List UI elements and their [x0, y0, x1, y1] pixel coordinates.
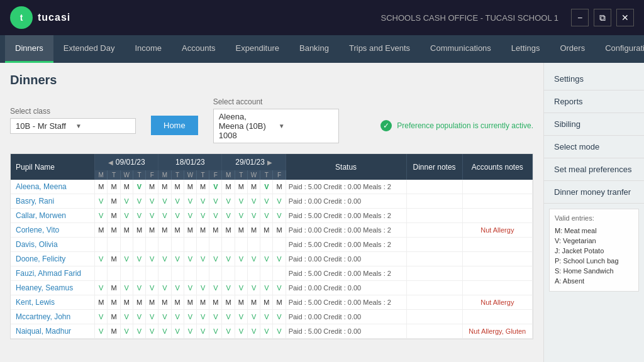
day-cell[interactable]: V [222, 324, 235, 339]
pupil-name-cell[interactable]: Kent, Lewis [11, 295, 95, 310]
day-cell[interactable]: V [133, 324, 145, 339]
day-cell[interactable]: V [95, 209, 108, 223]
day-cell[interactable]: V [235, 324, 247, 339]
day-cell[interactable] [158, 266, 171, 281]
day-cell[interactable]: M [171, 295, 184, 310]
day-cell[interactable]: V [133, 281, 145, 295]
day-cell[interactable]: M [158, 223, 171, 238]
day-cell[interactable]: M [184, 180, 196, 194]
day-cell[interactable]: V [247, 194, 260, 209]
sidebar-item-sibiling[interactable]: Sibiling [544, 113, 644, 136]
nav-item-lettings[interactable]: Lettings [501, 35, 550, 63]
day-cell[interactable]: M [108, 281, 120, 295]
day-cell[interactable] [158, 238, 171, 252]
day-cell[interactable]: V [235, 281, 247, 295]
day-cell[interactable]: V [146, 324, 158, 339]
day-cell[interactable]: V [235, 310, 247, 324]
nav-item-expenditure[interactable]: Expenditure [226, 35, 289, 63]
day-cell[interactable]: M [133, 295, 145, 310]
sidebar-item-select-mode[interactable]: Select mode [544, 136, 644, 158]
day-cell[interactable]: M [108, 223, 120, 238]
day-cell[interactable]: V [95, 310, 108, 324]
day-cell[interactable]: M [209, 295, 222, 310]
day-cell[interactable] [133, 238, 145, 252]
day-cell[interactable]: M [133, 223, 145, 238]
date-prev[interactable]: ◀ [108, 159, 113, 166]
day-cell[interactable]: V [197, 324, 209, 339]
nav-item-orders[interactable]: Orders [550, 35, 595, 63]
day-cell[interactable]: M [108, 180, 120, 194]
day-cell[interactable]: V [197, 281, 209, 295]
day-cell[interactable]: V [95, 324, 108, 339]
nav-item-configuration[interactable]: Configuration [595, 35, 644, 63]
nav-item-extended-day[interactable]: Extended Day [53, 35, 125, 63]
home-button[interactable]: Home [151, 116, 198, 135]
day-cell[interactable]: V [273, 209, 286, 223]
day-cell[interactable]: M [235, 180, 247, 194]
day-cell[interactable]: V [158, 194, 171, 209]
day-cell[interactable]: V [273, 194, 286, 209]
pupil-name-cell[interactable]: Heaney, Seamus [11, 281, 95, 295]
day-cell[interactable]: M [260, 295, 273, 310]
day-cell[interactable]: M [108, 295, 120, 310]
day-cell[interactable]: V [247, 281, 260, 295]
day-cell[interactable]: V [260, 252, 273, 266]
sidebar-item-reports[interactable]: Reports [544, 90, 644, 113]
minimize-button[interactable]: − [571, 9, 589, 26]
day-cell[interactable]: V [235, 252, 247, 266]
day-cell[interactable]: V [120, 281, 133, 295]
nav-item-accounts[interactable]: Accounts [172, 35, 225, 63]
pupil-name-cell[interactable]: Aleena, Meena [11, 180, 95, 194]
day-cell[interactable] [108, 238, 120, 252]
day-cell[interactable]: M [222, 223, 235, 238]
day-cell[interactable]: M [222, 295, 235, 310]
day-cell[interactable]: V [171, 281, 184, 295]
day-cell[interactable]: M [197, 223, 209, 238]
day-cell[interactable]: V [222, 281, 235, 295]
nav-item-banking[interactable]: Banking [289, 35, 339, 63]
day-cell[interactable]: M [108, 252, 120, 266]
pupil-name-cell[interactable]: Davis, Olivia [11, 238, 95, 252]
day-cell[interactable]: V [120, 194, 133, 209]
day-cell[interactable]: V [133, 180, 145, 194]
day-cell[interactable]: V [222, 252, 235, 266]
day-cell[interactable]: V [158, 324, 171, 339]
day-cell[interactable]: V [120, 252, 133, 266]
day-cell[interactable]: V [209, 180, 222, 194]
day-cell[interactable]: V [95, 252, 108, 266]
day-cell[interactable]: V [184, 252, 196, 266]
day-cell[interactable]: M [247, 180, 260, 194]
day-cell[interactable]: V [222, 209, 235, 223]
day-cell[interactable] [184, 238, 196, 252]
day-cell[interactable]: M [260, 223, 273, 238]
pupil-name-cell[interactable]: Fauzi, Ahmad Farid [11, 266, 95, 281]
day-cell[interactable]: M [120, 180, 133, 194]
day-cell[interactable]: M [108, 324, 120, 339]
day-cell[interactable]: V [146, 194, 158, 209]
day-cell[interactable]: V [158, 310, 171, 324]
day-cell[interactable]: V [209, 252, 222, 266]
day-cell[interactable]: V [209, 324, 222, 339]
day-cell[interactable]: M [158, 295, 171, 310]
day-cell[interactable] [197, 238, 209, 252]
day-cell[interactable]: M [158, 180, 171, 194]
day-cell[interactable] [146, 238, 158, 252]
day-cell[interactable]: V [197, 310, 209, 324]
day-cell[interactable]: M [108, 194, 120, 209]
day-cell[interactable] [146, 266, 158, 281]
day-cell[interactable]: V [133, 209, 145, 223]
day-cell[interactable]: V [260, 324, 273, 339]
day-cell[interactable]: V [158, 209, 171, 223]
date-next[interactable]: ▶ [267, 159, 272, 166]
pupil-name-cell[interactable]: Mccartney, John [11, 310, 95, 324]
day-cell[interactable] [235, 238, 247, 252]
day-cell[interactable]: V [171, 209, 184, 223]
sidebar-item-dinner-money-tranfer[interactable]: Dinner money tranfer [544, 181, 644, 204]
day-cell[interactable]: V [197, 209, 209, 223]
day-cell[interactable]: V [184, 194, 196, 209]
day-cell[interactable]: V [209, 310, 222, 324]
day-cell[interactable] [95, 266, 108, 281]
day-cell[interactable]: V [184, 281, 196, 295]
day-cell[interactable]: V [171, 252, 184, 266]
day-cell[interactable] [108, 266, 120, 281]
